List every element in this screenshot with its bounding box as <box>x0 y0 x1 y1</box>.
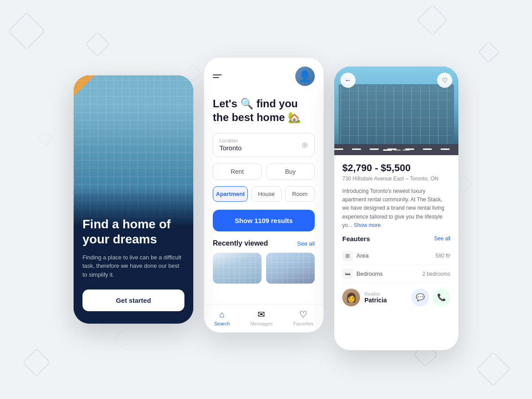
image-dots <box>383 149 410 151</box>
area-label: Area <box>356 252 368 259</box>
dot-1 <box>383 149 392 151</box>
message-icon: 💬 <box>416 293 425 301</box>
realtor-row: 👩 Realtor Patricia 💬 📞 <box>342 283 450 306</box>
screen-property-detail: ← ♡ $2,790 - $5,500 730 Hillsdale Avenue… <box>334 66 458 350</box>
thumbnail-1[interactable] <box>213 253 262 284</box>
location-label: Location <box>219 138 242 143</box>
rent-button[interactable]: Rent <box>213 163 262 180</box>
feature-area: ⊞ Area 580 ft² <box>342 247 450 265</box>
features-see-all[interactable]: See all <box>434 235 450 242</box>
heading-line1: Let's 🔍 find you <box>213 98 298 110</box>
onboarding-subtitle: Finding a place to live can be a difficu… <box>82 253 184 279</box>
transaction-type-row: Rent Buy <box>213 163 315 180</box>
nav-messages[interactable]: ✉ Messages <box>250 309 273 326</box>
nav-favorites[interactable]: ♡ Favorites <box>293 309 313 326</box>
location-value: Toronto <box>219 144 242 152</box>
room-button[interactable]: Room <box>285 186 315 202</box>
price-range: $2,790 - $5,500 <box>342 162 450 174</box>
feature-bedrooms: 🛏 Bedrooms 2 bedrooms <box>342 265 450 283</box>
location-field[interactable]: Location Toronto ⊕ <box>213 133 315 157</box>
thumbnail-row <box>213 253 315 284</box>
dot-3 <box>403 149 410 151</box>
onboarding-title: Find a home of your dreams <box>82 217 184 246</box>
phone-icon: 📞 <box>437 293 446 301</box>
get-started-button[interactable]: Get started <box>82 289 184 311</box>
dot-2 <box>394 149 401 151</box>
screen-search: 👤 Let's 🔍 find you the best home 🏡 Locat… <box>204 58 324 332</box>
realtor-info: Realtor Patricia <box>364 291 407 304</box>
area-icon: ⊞ <box>342 250 353 261</box>
bedrooms-label: Bedrooms <box>356 270 383 277</box>
thumbnail-2[interactable] <box>266 253 315 284</box>
target-icon: ⊕ <box>301 140 308 150</box>
call-button[interactable]: 📞 <box>433 289 450 306</box>
search-nav-icon: ⌂ <box>219 309 225 320</box>
bottom-nav: ⌂ Search ✉ Messages ♡ Favorites <box>204 304 324 332</box>
property-nav: ← ♡ <box>340 73 452 88</box>
nav-messages-label: Messages <box>250 321 273 326</box>
back-button[interactable]: ← <box>340 73 356 88</box>
house-button[interactable]: House <box>251 186 282 202</box>
nav-search[interactable]: ⌂ Search <box>214 309 230 326</box>
property-description: Introducing Toronto's newest luxury apar… <box>342 187 450 230</box>
apartment-button[interactable]: Apartment <box>213 186 248 202</box>
search-heading: Let's 🔍 find you the best home 🏡 <box>213 97 315 124</box>
property-detail-body: $2,790 - $5,500 730 Hillsdale Avenue Eas… <box>334 155 458 350</box>
menu-icon[interactable] <box>213 74 222 78</box>
recently-viewed-header: Recently viewed See all <box>213 239 315 247</box>
screens-container: Find a home of your dreams Finding a pla… <box>74 49 458 350</box>
realtor-role: Realtor <box>364 291 407 297</box>
property-address: 730 Hillsdale Avenue East – Toronto, ON <box>342 176 450 182</box>
back-icon: ← <box>345 77 351 84</box>
features-header: Feauters See all <box>342 235 450 243</box>
screen-onboarding: Find a home of your dreams Finding a pla… <box>74 75 193 324</box>
message-button[interactable]: 💬 <box>411 289 429 306</box>
nav-favorites-label: Favorites <box>293 321 313 326</box>
favorites-nav-icon: ♡ <box>299 309 307 320</box>
heart-icon: ♡ <box>442 77 448 84</box>
area-value: 580 ft² <box>435 253 450 259</box>
recently-viewed-see-all[interactable]: See all <box>297 240 315 247</box>
features-title: Feauters <box>342 235 370 243</box>
bedrooms-icon: 🛏 <box>342 269 353 279</box>
heading-line2: the best home 🏡 <box>213 111 301 123</box>
show-results-button[interactable]: Show 1109 results <box>213 210 315 231</box>
search-header: 👤 <box>213 66 315 86</box>
nav-search-label: Search <box>214 321 230 326</box>
favorite-button[interactable]: ♡ <box>437 73 452 88</box>
user-avatar[interactable]: 👤 <box>295 66 315 86</box>
show-more-link[interactable]: Show more <box>354 222 381 228</box>
recently-viewed-title: Recently viewed <box>213 239 268 247</box>
realtor-avatar: 👩 <box>342 289 360 306</box>
realtor-name: Patricia <box>364 297 407 304</box>
contact-buttons: 💬 📞 <box>411 289 450 306</box>
property-image: ← ♡ <box>334 66 458 155</box>
messages-nav-icon: ✉ <box>258 309 265 320</box>
property-type-row: Apartment House Room <box>213 186 315 202</box>
bedrooms-value: 2 bedrooms <box>422 271 450 277</box>
buy-button[interactable]: Buy <box>266 163 315 180</box>
